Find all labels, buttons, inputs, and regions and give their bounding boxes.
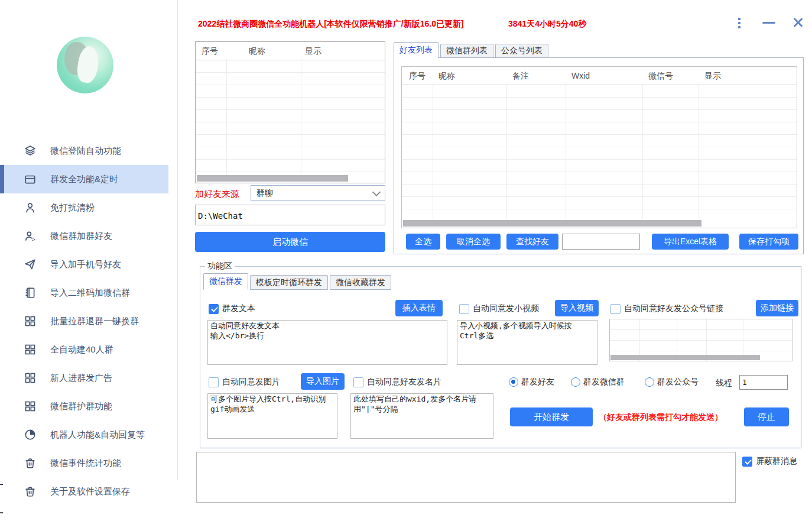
- image-hint-textarea[interactable]: 可多个图片导入按Ctrl,自动识别 gif动画发送: [207, 393, 337, 439]
- sidebar-item-robot-auto-reply[interactable]: 机器人功能&自动回复等: [0, 421, 177, 449]
- checkbox-unchecked-icon: [209, 377, 219, 387]
- horizontal-scrollbar[interactable]: [610, 355, 760, 360]
- kebab-menu-icon[interactable]: [732, 15, 747, 30]
- horizontal-scrollbar[interactable]: [197, 175, 348, 182]
- sidebar-item-import-qrcode-group[interactable]: 导入二维码加微信群: [0, 279, 177, 307]
- account-table: 序号 昵称 显示: [195, 41, 385, 183]
- find-friend-button[interactable]: 查找好友: [506, 234, 558, 250]
- sidebar-item-label: 微信事件统计功能: [50, 458, 121, 469]
- person-icon: [24, 201, 37, 214]
- save-checked-button[interactable]: 保存打勾项: [739, 234, 798, 250]
- radio-send-friends[interactable]: 群发好友: [509, 377, 554, 387]
- sidebar-item-label: 全自动建40人群: [50, 344, 113, 355]
- sidebar-item-newcomer-ad[interactable]: 新人进群发广告: [0, 364, 177, 392]
- chevron-down-icon: [372, 187, 381, 196]
- stop-button[interactable]: 停止: [744, 407, 789, 426]
- sidebar-item-about-settings[interactable]: 关于及软件设置保存: [0, 477, 177, 506]
- tab-friend-list[interactable]: 好友列表: [394, 42, 439, 58]
- sidebar-item-label: 微信群护群功能: [50, 401, 112, 412]
- sidebar-item-label: 群发全功能&定时: [50, 174, 118, 185]
- auto-accept-video-checkbox[interactable]: 自动同意发小视频: [459, 303, 539, 314]
- function-area-groupbox: 功能区 微信群发 模板定时循环群发 微信收藏群发 群发文本 插入表情 自动同意发…: [200, 266, 801, 448]
- trash-icon: [24, 485, 37, 498]
- sidebar-item-label: 微信群加群好友: [50, 231, 112, 242]
- auto-accept-link-checkbox[interactable]: 自动同意好友发公众号链接: [610, 303, 723, 314]
- tab-official-account-list[interactable]: 公众号列表: [495, 44, 548, 58]
- account-table-body: [196, 60, 385, 174]
- sidebar-item-mass-send[interactable]: 群发全功能&定时: [0, 165, 168, 193]
- block-group-messages-checkbox[interactable]: 屏蔽群消息: [742, 456, 797, 467]
- checkbox-checked-icon: [209, 304, 219, 314]
- column-header: 备注: [512, 71, 529, 82]
- pie-chart-icon: [24, 428, 37, 441]
- thread-count-input[interactable]: [739, 375, 788, 390]
- sidebar-item-group-add-friends[interactable]: 微信群加群好友: [0, 222, 177, 250]
- video-hint-textarea[interactable]: 导入小视频,多个视频导入时候按 Ctrl多选: [457, 320, 597, 365]
- checkbox-checked-icon: [742, 457, 752, 467]
- sidebar-item-batch-group-switch[interactable]: 批量拉群退群一键换群: [0, 307, 177, 335]
- import-video-button[interactable]: 导入视频: [555, 300, 599, 316]
- radio-send-official-accounts[interactable]: 群发公众号: [645, 377, 699, 387]
- export-excel-button[interactable]: 导出Excel表格: [652, 234, 729, 250]
- checkbox-unchecked-icon: [459, 304, 469, 314]
- friend-table-header: 序号 昵称 备注 Wxid 微信号 显示: [402, 67, 797, 85]
- column-header: 昵称: [249, 46, 265, 57]
- friend-list-panel: 序号 昵称 备注 Wxid 微信号 显示 全选 取消全选 查找好友 导出Exce…: [394, 57, 804, 254]
- radio-send-groups[interactable]: 群发微信群: [571, 377, 625, 387]
- send-text-checkbox[interactable]: 群发文本: [209, 303, 255, 314]
- tab-wechat-group-list[interactable]: 微信群列表: [440, 44, 493, 58]
- column-header: 显示: [704, 71, 721, 82]
- grid-icon: [24, 315, 37, 328]
- minimize-icon[interactable]: [761, 15, 777, 30]
- sidebar-nav: 微信登陆自动功能 群发全功能&定时 免打扰清粉 微信群加群好友 导入加手机号好友…: [0, 137, 177, 506]
- checkbox-unchecked-icon: [610, 304, 621, 314]
- tab-template-timer-send[interactable]: 模板定时循环群发: [250, 275, 328, 290]
- thread-label: 线程: [716, 378, 732, 389]
- sidebar-item-event-stats[interactable]: 微信事件统计功能: [0, 449, 177, 477]
- function-tabs: 微信群发 模板定时循环群发 微信收藏群发: [203, 273, 393, 290]
- notebook-icon: [24, 286, 37, 299]
- app-title: 2022结社微商圈微信全功能机器人[本软件仅限营销推广/新版16.0已更新]: [198, 19, 464, 30]
- trash-icon: [24, 457, 37, 470]
- start-mass-send-button[interactable]: 开始群发: [510, 407, 593, 426]
- find-friend-input[interactable]: [562, 234, 640, 250]
- friend-table: 序号 昵称 备注 Wxid 微信号 显示: [401, 66, 797, 228]
- mass-text-textarea[interactable]: 自动同意好友发文本 输入</br>换行: [207, 320, 447, 365]
- grid-icon: [24, 371, 37, 384]
- send-requirement-note: （好友或群列表需打勾才能发送）: [599, 412, 723, 423]
- friend-source-select[interactable]: 群聊: [251, 185, 385, 201]
- sidebar-item-clean-fans[interactable]: 免打扰清粉: [0, 193, 177, 222]
- sidebar-item-label: 新人进群发广告: [50, 373, 112, 384]
- launch-wechat-button[interactable]: 启动微信: [195, 232, 385, 252]
- friend-source-label: 加好友来源: [195, 189, 239, 200]
- list-tabs: 好友列表 微信群列表 公众号列表: [394, 42, 550, 58]
- column-header: 序号: [409, 71, 426, 82]
- sidebar-item-import-phone-friends[interactable]: 导入加手机号好友: [0, 250, 177, 279]
- column-header: 微信号: [648, 71, 673, 82]
- window-controls: [732, 14, 805, 31]
- log-output-box: [196, 452, 736, 503]
- select-all-button[interactable]: 全选: [406, 234, 440, 250]
- auto-accept-card-checkbox[interactable]: 自动同意好友发名片: [353, 377, 441, 387]
- sidebar-item-group-guard[interactable]: 微信群护群功能: [0, 392, 177, 421]
- add-link-button[interactable]: 添加链接: [756, 300, 798, 316]
- sidebar-item-auto-create-group[interactable]: 全自动建40人群: [0, 335, 177, 364]
- sidebar-item-wechat-login[interactable]: 微信登陆自动功能: [0, 137, 177, 165]
- uptime-counter: 3841天4小时5分40秒: [508, 19, 586, 30]
- tab-wechat-mass-send[interactable]: 微信群发: [203, 273, 248, 290]
- deselect-all-button[interactable]: 取消全选: [446, 234, 501, 250]
- insert-emoji-button[interactable]: 插入表情: [395, 300, 443, 316]
- auto-accept-image-checkbox[interactable]: 自动同意发图片: [209, 377, 280, 387]
- radio-unselected-icon: [571, 377, 580, 387]
- person-add-icon: [24, 229, 37, 242]
- close-icon[interactable]: [790, 15, 805, 30]
- horizontal-scrollbar[interactable]: [403, 220, 701, 227]
- grid-icon: [24, 343, 37, 356]
- radio-unselected-icon: [645, 377, 654, 387]
- card-hint-textarea[interactable]: 此处填写自己的wxid,发多个名片请 用"|"号分隔: [350, 393, 493, 439]
- import-image-button[interactable]: 导入图片: [301, 373, 345, 390]
- wechat-path-input[interactable]: [195, 205, 385, 225]
- tab-wechat-favorite-send[interactable]: 微信收藏群发: [330, 275, 391, 290]
- sidebar-item-label: 批量拉群退群一键换群: [50, 316, 139, 327]
- column-header: 昵称: [439, 71, 455, 82]
